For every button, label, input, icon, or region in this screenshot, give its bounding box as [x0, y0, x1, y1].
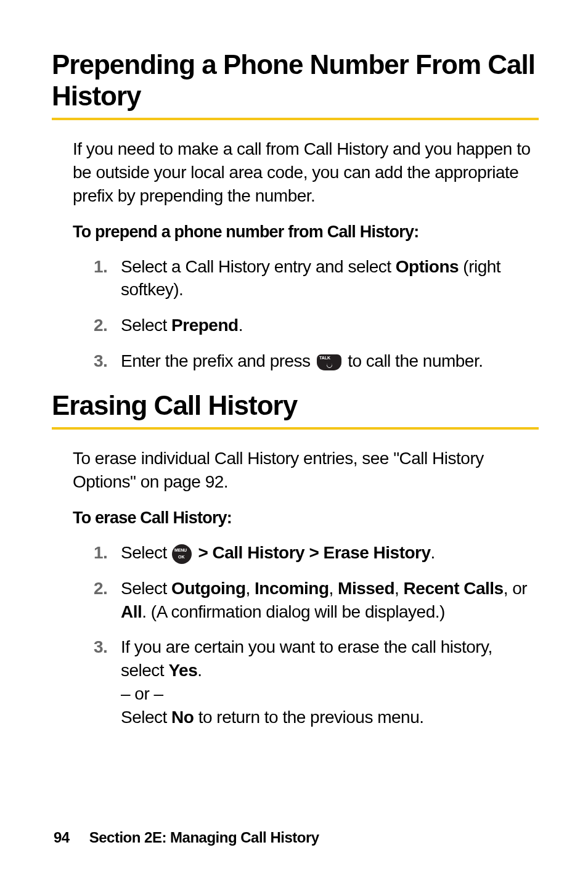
step-text: .	[197, 661, 202, 680]
step-2: 2. Select Outgoing, Incoming, Missed, Re…	[94, 577, 539, 624]
bold-path: > Call History > Erase History	[194, 543, 430, 562]
sep: ,	[329, 579, 338, 598]
step-1: 1. Select > Call History > Erase History…	[94, 541, 539, 565]
step-num: 1.	[94, 255, 107, 279]
page-footer: 94Section 2E: Managing Call History	[54, 829, 319, 846]
step-text: Enter the prefix and press	[121, 351, 315, 370]
step-num: 2.	[94, 314, 107, 337]
heading-prepend: Prepending a Phone Number From Call Hist…	[49, 49, 539, 112]
step-text: Select	[121, 708, 171, 727]
sep: ,	[246, 579, 255, 598]
section-label: Section 2E: Managing Call History	[89, 829, 319, 846]
bold-incoming: Incoming	[255, 579, 329, 598]
step-text: Select	[121, 579, 171, 598]
subhead-erase: To erase Call History:	[49, 508, 539, 528]
bold-no: No	[171, 708, 194, 727]
divider	[52, 427, 539, 430]
step-text: to call the number.	[343, 351, 483, 370]
step-text: Select a Call History entry and select	[121, 257, 396, 276]
step-num: 2.	[94, 577, 107, 600]
bold-prepend: Prepend	[171, 316, 239, 335]
bold-recent: Recent Calls	[404, 579, 504, 598]
heading-erase: Erasing Call History	[49, 390, 539, 422]
or-text: – or –	[121, 682, 539, 706]
sep: , or	[504, 579, 527, 598]
step-text: .	[239, 316, 243, 335]
step-text: Select	[121, 543, 171, 562]
step-2: 2. Select Prepend.	[94, 314, 539, 337]
divider	[52, 118, 539, 120]
subhead-prepend: To prepend a phone number from Call Hist…	[49, 223, 539, 242]
menu-ok-key-icon	[172, 544, 192, 564]
step-num: 3.	[94, 635, 107, 659]
steps-prepend: 1. Select a Call History entry and selec…	[49, 255, 539, 373]
steps-erase: 1. Select > Call History > Erase History…	[49, 541, 539, 729]
bold-options: Options	[396, 257, 459, 276]
bold-missed: Missed	[338, 579, 394, 598]
intro-erase: To erase individual Call History entries…	[49, 447, 539, 494]
step-3: 3. Enter the prefix and press to call th…	[94, 349, 539, 373]
page-number: 94	[54, 829, 70, 846]
bold-all: All	[121, 602, 142, 621]
bold-yes: Yes	[168, 661, 197, 680]
step-text: to return to the previous menu.	[194, 708, 423, 727]
bold-outgoing: Outgoing	[171, 579, 245, 598]
step-1: 1. Select a Call History entry and selec…	[94, 255, 539, 302]
step-text: .	[431, 543, 435, 562]
step-3: 3. If you are certain you want to erase …	[94, 635, 539, 729]
step-num: 3.	[94, 349, 107, 373]
step-text: Select	[121, 316, 171, 335]
step-num: 1.	[94, 541, 107, 565]
step-text: . (A confirmation dialog will be display…	[142, 602, 445, 621]
intro-prepend: If you need to make a call from Call His…	[49, 137, 539, 207]
talk-key-icon	[317, 354, 341, 370]
sep: ,	[394, 579, 404, 598]
